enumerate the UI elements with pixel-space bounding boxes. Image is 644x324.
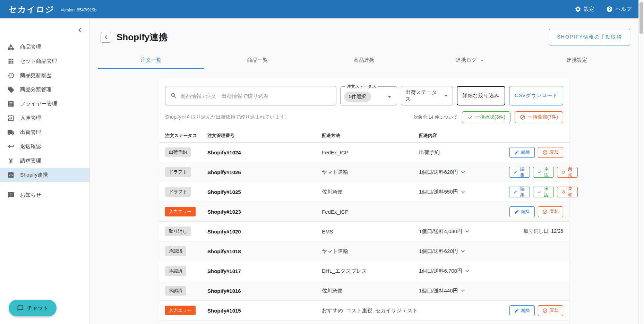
shipping-method: ヤマト運輸 — [322, 169, 419, 176]
chevron-down-icon[interactable] — [460, 169, 466, 176]
table-body: 出荷予約 Shopify#1024 FedEx_ICP 出荷予約 編集棄却 ドラ… — [159, 143, 569, 324]
shipping-content: 1個口/送料440円 — [419, 288, 458, 294]
col-shipping-method: 配送方法 — [322, 133, 419, 139]
category-icon — [7, 43, 15, 51]
flyer-icon — [7, 100, 15, 108]
row-actions: 編集棄却 — [509, 147, 563, 158]
expand-more-icon — [464, 267, 471, 274]
block-icon — [542, 308, 548, 313]
reject-button[interactable]: 棄却 — [557, 187, 578, 197]
col-order-status: 注文ステータス — [165, 133, 207, 139]
table-row: 承認済 Shopify#1016 佐川急便 1個口/送料440円 — [159, 281, 569, 301]
yen-icon: ¥ — [9, 157, 12, 164]
shipping-content: 1個口/送料620円 — [419, 169, 458, 176]
ship-status-label: 出荷ステータス — [405, 89, 442, 102]
settings-button[interactable]: 設定 — [575, 6, 594, 12]
shipping-method: FedEx_ICP — [322, 150, 419, 155]
block-icon — [561, 189, 565, 195]
tab-5[interactable]: 連携設定 — [524, 53, 630, 69]
filter-notice: Shopifyから取り込んだ出荷依頼で絞り込まれています。 — [165, 114, 290, 120]
approve-button[interactable]: 承認 — [533, 167, 554, 178]
grid-icon — [7, 58, 15, 65]
notice-row: Shopifyから取り込んだ出荷依頼で絞り込まれています。 対象全 14 件につ… — [159, 105, 569, 123]
tab-4[interactable]: 連携ログ — [417, 53, 524, 69]
approve-button[interactable]: 承認 — [533, 187, 554, 197]
page-header: Shopify連携 SHOPIFY情報の手動取得 — [90, 18, 638, 45]
sidebar-item-shopify[interactable]: Shopify連携 — [0, 168, 89, 182]
back-button[interactable] — [101, 32, 111, 43]
shipping-content: 出荷予約 — [419, 149, 440, 156]
csv-download-button[interactable]: CSVダウンロード — [509, 86, 563, 105]
tab-3[interactable]: 商品連携 — [311, 53, 417, 69]
row-note: 取り消し日: 12/26 — [524, 228, 563, 235]
sidebar-item-returns[interactable]: 返送確認 — [0, 139, 89, 154]
dropdown-arrow-icon[interactable] — [386, 93, 393, 101]
expand-more-icon — [460, 188, 466, 195]
bulk-approve-button[interactable]: 一括承認(3件) — [462, 111, 510, 123]
table-row: 入力エラー Shopify#1015 おすすめ_コスト重視_セカイサジェスト 編… — [159, 301, 569, 321]
status-badge: 承認済 — [165, 246, 186, 256]
scrollbar-thumb[interactable] — [639, 2, 643, 34]
orders-table: 注文ステータス 注文管理番号 配送方法 配送内容 出荷予約 Shopify#10… — [159, 129, 569, 324]
edit-button[interactable]: 編集 — [509, 167, 530, 178]
help-button[interactable]: ヘルプ — [606, 6, 632, 12]
reject-button[interactable]: 棄却 — [557, 167, 578, 178]
sidebar-item-label: 商品更新履歴 — [20, 72, 51, 79]
shopify-manual-fetch-button[interactable]: SHOPIFY情報の手動取得 — [549, 29, 630, 45]
sidebar-collapse-button[interactable] — [76, 26, 84, 34]
sidebar-item-set-products[interactable]: セット商品管理 — [0, 54, 89, 68]
sidebar-item-announcements[interactable]: お知らせ — [0, 188, 89, 202]
table-row: 取り消し Shopify#1020 EMS 1個口/送料4,030円 取り消し日… — [159, 222, 569, 241]
advanced-filter-button[interactable]: 詳細な絞り込み — [457, 86, 505, 105]
edit-button[interactable]: 編集 — [509, 206, 535, 217]
shipping-content: 1個口/送料6,700円 — [419, 268, 462, 274]
edit-button[interactable]: 編集 — [509, 187, 530, 197]
row-actions: 編集棄却 — [509, 305, 563, 316]
sidebar-item-classification[interactable]: 商品分類管理 — [0, 83, 89, 97]
shipping-method: ヤマト運輸 — [322, 248, 419, 255]
tab-2[interactable]: 商品一覧 — [204, 53, 311, 69]
edit-button[interactable]: 編集 — [509, 147, 535, 158]
reject-button[interactable]: 棄却 — [538, 305, 563, 316]
announcement-icon — [7, 191, 15, 199]
table-row: ドラフト Shopify#1026 ヤマト運輸 1個口/送料620円 編集承認棄… — [159, 162, 569, 182]
sidebar-item-inbound[interactable]: 入庫管理 — [0, 111, 89, 125]
chevron-down-icon[interactable] — [460, 248, 466, 255]
order-status-chip[interactable]: 5件選択 — [344, 92, 371, 102]
sidebar-item-label: 商品管理 — [20, 44, 41, 50]
chevron-down-icon[interactable] — [460, 287, 466, 294]
bulk-reject-button[interactable]: 一括棄却(7件) — [515, 111, 563, 123]
col-order-number: 注文管理番号 — [207, 133, 322, 139]
chat-button[interactable]: チャット — [9, 300, 57, 316]
order-status-filter[interactable]: 注文ステータス 5件選択 — [340, 84, 397, 105]
search-input[interactable] — [181, 93, 331, 99]
sidebar-item-shipping[interactable]: 出荷管理 — [0, 125, 89, 139]
sidebar-item-label: フライヤー管理 — [20, 101, 57, 107]
dropdown-arrow-icon — [442, 92, 450, 100]
chevron-down-icon[interactable] — [464, 267, 471, 274]
sidebar-item-label: 入庫管理 — [20, 115, 41, 121]
sidebar-item-update-history[interactable]: 商品更新履歴 — [0, 68, 89, 83]
status-badge: 承認済 — [165, 266, 186, 276]
history-icon — [7, 72, 15, 79]
sidebar-item-products[interactable]: 商品管理 — [0, 40, 89, 54]
reject-button[interactable]: 棄却 — [538, 206, 563, 217]
sidebar-item-label: 出荷管理 — [20, 129, 41, 136]
chevron-down-icon[interactable] — [464, 228, 471, 235]
help-label: ヘルプ — [616, 6, 632, 12]
settings-label: 設定 — [584, 6, 594, 12]
vertical-scrollbar[interactable] — [638, 0, 644, 324]
edit-button[interactable]: 編集 — [509, 305, 535, 316]
sidebar-item-billing[interactable]: ¥ 請求管理 — [0, 154, 89, 168]
order-number: Shopify#1016 — [207, 288, 322, 294]
order-number: Shopify#1023 — [207, 209, 322, 215]
reject-button[interactable]: 棄却 — [538, 147, 563, 158]
sidebar-item-flyer[interactable]: フライヤー管理 — [0, 97, 89, 111]
tab-1[interactable]: 注文一覧 — [98, 53, 204, 69]
chevron-down-icon[interactable] — [460, 188, 466, 195]
shipping-method: 佐川急便 — [322, 288, 419, 294]
ship-status-filter[interactable]: 出荷ステータス — [401, 86, 453, 105]
shipping-content: 1個口/送料620円 — [419, 248, 458, 255]
app-logo: セカイロジ — [8, 4, 55, 15]
table-row: ドラフト Shopify#1014 ECMS 1個口/送料1,930円 編集承認… — [159, 321, 569, 324]
